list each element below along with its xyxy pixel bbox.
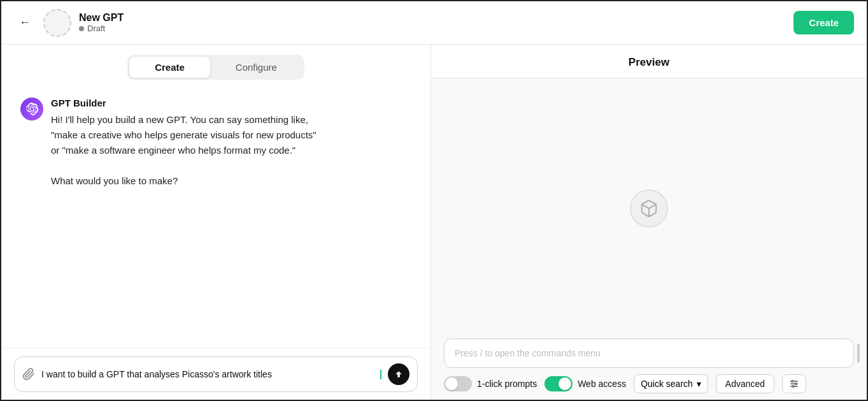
message-content: GPT Builder Hi! I'll help you build a ne… [51, 98, 411, 189]
one-click-prompts-group: 1-click prompts [444, 376, 537, 391]
header-left: ← New GPT Draft [14, 9, 124, 37]
svg-point-5 [795, 383, 797, 385]
web-access-group: Web access [544, 376, 626, 391]
tab-create[interactable]: Create [129, 57, 210, 78]
gpt-status: Draft [79, 24, 124, 33]
preview-title: Preview [431, 45, 867, 78]
avatar [43, 9, 71, 37]
search-dropdown[interactable]: Quick search ▾ [634, 374, 708, 393]
preview-input-area: Press / to open the commands menu [431, 339, 867, 368]
adjust-icon-button[interactable] [782, 374, 806, 393]
left-panel: Create Configure GPT Builder Hi! I'll he… [1, 45, 431, 401]
message-text: Hi! I'll help you build a new GPT. You c… [51, 112, 411, 189]
right-panel: Preview Press / to open the commands men… [431, 45, 867, 401]
search-dropdown-label: Quick search [641, 379, 693, 389]
openai-icon [25, 103, 38, 115]
web-toggle-knob [559, 377, 571, 390]
send-button[interactable] [388, 363, 409, 385]
input-field-value[interactable]: I want to build a GPT that analyses Pica… [41, 369, 373, 379]
preview-toolbar: 1-click prompts Web access Quick search … [431, 368, 867, 401]
gpt-icon [630, 189, 668, 228]
one-click-prompts-toggle[interactable] [444, 376, 472, 391]
toggle-knob [445, 377, 458, 390]
message: GPT Builder Hi! I'll help you build a ne… [20, 98, 411, 189]
one-click-prompts-label: 1-click prompts [477, 379, 537, 389]
svg-point-4 [792, 381, 793, 383]
chevron-down-icon: ▾ [697, 379, 701, 389]
cube-svg [639, 199, 658, 218]
chat-area: GPT Builder Hi! I'll help you build a ne… [1, 85, 430, 348]
tab-container: Create Configure [127, 55, 304, 80]
svg-point-6 [792, 386, 794, 388]
preview-body [431, 78, 867, 339]
main-layout: Create Configure GPT Builder Hi! I'll he… [1, 45, 867, 401]
input-area: I want to build a GPT that analyses Pica… [1, 348, 430, 401]
gpt-info: New GPT Draft [79, 12, 124, 33]
gpt-builder-avatar [20, 98, 43, 120]
sliders-icon [789, 379, 799, 389]
message-sender: GPT Builder [51, 98, 411, 108]
web-access-label: Web access [578, 379, 626, 389]
scrollbar [857, 344, 860, 363]
attach-icon[interactable] [22, 368, 35, 381]
gpt-title: New GPT [79, 12, 124, 24]
tab-bar: Create Configure [1, 45, 430, 85]
status-dot [79, 26, 84, 31]
input-box: I want to build a GPT that analyses Pica… [14, 356, 418, 392]
back-button[interactable]: ← [14, 13, 36, 32]
text-cursor [380, 370, 381, 379]
web-access-toggle[interactable] [544, 376, 573, 391]
preview-input-placeholder: Press / to open the commands menu [455, 348, 843, 358]
advanced-button[interactable]: Advanced [716, 374, 774, 393]
tab-configure[interactable]: Configure [210, 57, 302, 78]
header: ← New GPT Draft Create [1, 1, 867, 45]
preview-input-box[interactable]: Press / to open the commands menu [444, 339, 854, 368]
create-button[interactable]: Create [793, 11, 854, 34]
